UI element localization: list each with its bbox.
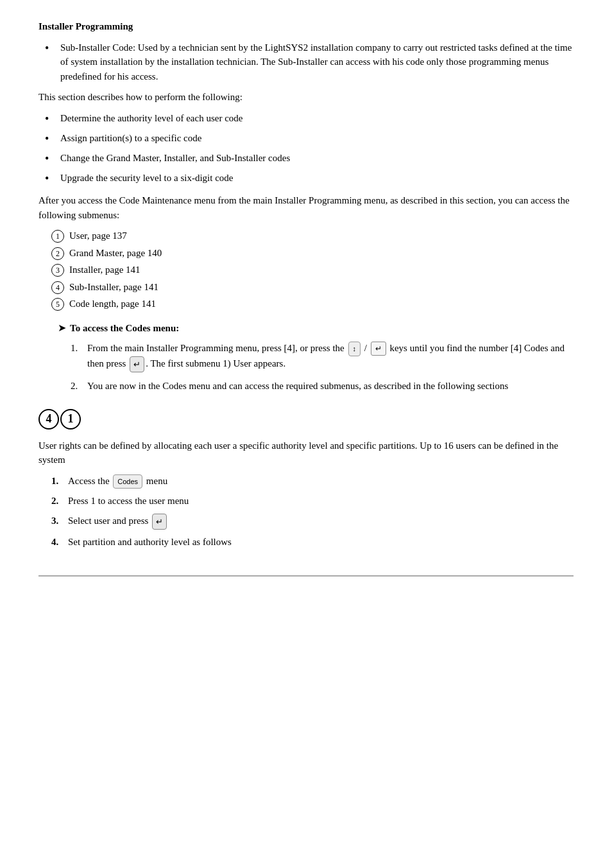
enter-btn-step3: ↵ (152, 514, 167, 530)
big-circle-1: 1 (60, 409, 81, 430)
submenu-text-3: Installer, page 141 (69, 263, 140, 277)
circle-4: 4 (51, 281, 64, 294)
section-title: Installer Programming (38, 19, 574, 34)
step-label-1: 1. (51, 474, 68, 489)
codes-step-1-text: From the main Installer Programming menu… (87, 341, 574, 372)
submenu-item-5: 5 Code length, page 141 (51, 297, 574, 311)
circle-5: 5 (51, 298, 64, 311)
main-bullets: • Determine the authority level of each … (38, 111, 574, 187)
step-num-2: 2. (71, 379, 85, 394)
bullet-item-3: • Change the Grand Master, Installer, an… (38, 151, 574, 167)
big-section-header: 4 1 (38, 409, 574, 430)
page-content: Installer Programming • Sub-Installer Co… (38, 19, 574, 550)
codes-menu-section: ➤ To access the Codes menu: 1. From the … (58, 320, 574, 394)
bullet-text-2: Assign partition(s) to a specific code (60, 131, 201, 146)
page-divider (38, 575, 574, 577)
bullet-item-4: • Upgrade the security level to a six-di… (38, 171, 574, 187)
submenu-text-4: Sub-Installer, page 141 (69, 280, 158, 295)
codes-menu-header: ➤ To access the Codes menu: (58, 320, 574, 336)
sub-installer-list: • Sub-Installer Code: Used by a technici… (38, 40, 574, 84)
ordered-step-3: 3. Select user and press ↵ (51, 514, 574, 530)
bullet-text-4: Upgrade the security level to a six-digi… (60, 171, 234, 186)
bullet-item-2: • Assign partition(s) to a specific code (38, 131, 574, 147)
step-label-3: 3. (51, 514, 68, 528)
user-rights-para: User rights can be defined by allocating… (38, 438, 574, 467)
step-label-2: 2. (51, 494, 68, 508)
enter-symbol-2: ↵ (156, 516, 163, 528)
bullet-dot-3: • (45, 151, 56, 167)
ordered-step-3-text: Select user and press ↵ (68, 514, 168, 530)
arrow-symbol: ➤ (58, 320, 66, 336)
bullet-text-1: Determine the authority level of each us… (60, 111, 242, 126)
bullet-dot-1: • (45, 111, 56, 127)
codes-label: Codes (117, 476, 138, 487)
ordered-step-4-text: Set partition and authority level as fol… (68, 535, 232, 550)
submenu-text-5: Code length, page 141 (69, 297, 156, 311)
scroll-key-icon: ↕ (348, 342, 361, 356)
big-circle-4: 4 (38, 409, 59, 430)
codes-step-2: 2. You are now in the Codes menu and can… (71, 379, 574, 394)
step-num-1: 1. (71, 341, 85, 356)
bullet-item-1: • Determine the authority level of each … (38, 111, 574, 127)
submenu-text-1: User, page 137 (69, 229, 127, 243)
submenus-list: 1 User, page 137 2 Grand Master, page 14… (51, 229, 574, 311)
step-label-4: 4. (51, 535, 68, 550)
submenu-item-1: 1 User, page 137 (51, 229, 574, 243)
sub-installer-text: Sub-Installer Code: Used by a technician… (60, 40, 574, 84)
submenu-item-2: 2 Grand Master, page 140 (51, 246, 574, 261)
codes-menu-title: To access the Codes menu: (70, 321, 179, 336)
sub-installer-item: • Sub-Installer Code: Used by a technici… (38, 40, 574, 84)
ordered-step-2-text: Press 1 to access the user menu (68, 494, 189, 508)
ordered-step-1: 1. Access the Codes menu (51, 474, 574, 489)
ordered-step-1-text: Access the Codes menu (68, 474, 167, 489)
ordered-step-2: 2. Press 1 to access the user menu (51, 494, 574, 508)
ordered-step-4: 4. Set partition and authority level as … (51, 535, 574, 550)
scroll-arrows: ↕ (353, 343, 357, 354)
after-bullets-para: After you access the Code Maintenance me… (38, 193, 574, 222)
submenu-text-2: Grand Master, page 140 (69, 246, 162, 261)
codes-step-1: 1. From the main Installer Programming m… (71, 341, 574, 372)
submenu-item-3: 3 Installer, page 141 (51, 263, 574, 277)
codes-menu-inline: Codes (113, 474, 142, 489)
ordered-steps-list: 1. Access the Codes menu 2. Press 1 to a… (51, 474, 574, 550)
bullet-dot: • (45, 40, 56, 56)
enter-symbol: ↵ (133, 358, 140, 371)
codes-menu-steps: 1. From the main Installer Programming m… (71, 341, 574, 394)
back-key-icon: ↵ (371, 342, 386, 356)
enter-key-icon: ↵ (130, 356, 144, 373)
bullet-dot-2: • (45, 131, 56, 147)
codes-step-2-text: You are now in the Codes menu and can ac… (87, 379, 508, 394)
intro-para: This section describes how to perform th… (38, 90, 574, 105)
bullet-text-3: Change the Grand Master, Installer, and … (60, 151, 290, 166)
submenu-item-4: 4 Sub-Installer, page 141 (51, 280, 574, 295)
circle-3: 3 (51, 264, 64, 277)
bullet-dot-4: • (45, 171, 56, 187)
circle-2: 2 (51, 247, 64, 260)
circle-1: 1 (51, 230, 64, 243)
